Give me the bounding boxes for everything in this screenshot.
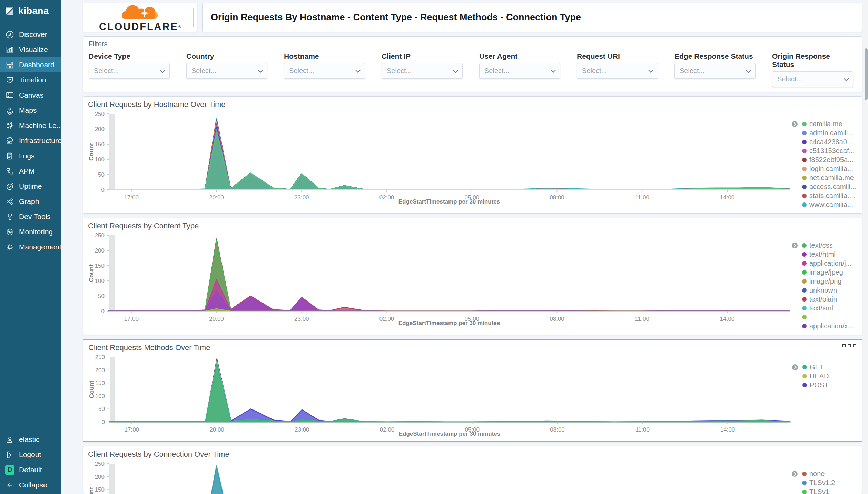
filter-label: Country bbox=[186, 52, 267, 60]
sidebar-item-graph[interactable]: Graph bbox=[0, 194, 61, 209]
legend-toggle-icon[interactable] bbox=[792, 471, 798, 477]
sidebar-item-management[interactable]: Management bbox=[0, 239, 61, 255]
content-type-area-chart[interactable]: 05010015020025017:0020:0023:0002:0005:00… bbox=[88, 232, 792, 326]
legend-color-dot bbox=[802, 202, 807, 207]
legend-item[interactable]: unknown bbox=[802, 286, 857, 295]
sidebar-item-dev-tools[interactable]: Dev Tools bbox=[0, 209, 61, 224]
sidebar-item-label: Collapse bbox=[19, 481, 47, 489]
sidebar-item-label: Maps bbox=[19, 106, 37, 115]
panel-menu-icon[interactable] bbox=[842, 344, 856, 347]
filter-label: Device Type bbox=[89, 52, 170, 60]
legend-label: stats.camilia.... bbox=[809, 192, 855, 200]
kibana-logo[interactable]: kibana bbox=[0, 0, 61, 22]
edge-response-status-select[interactable]: Select... bbox=[674, 63, 756, 79]
sidebar-item-collapse[interactable]: Collapse bbox=[0, 477, 61, 493]
hostname-select[interactable]: Select... bbox=[284, 63, 365, 79]
legend-item[interactable]: text/css bbox=[802, 241, 857, 250]
chevron-down-icon bbox=[258, 67, 263, 73]
legend-item[interactable]: admin.camili... bbox=[802, 128, 857, 137]
sidebar-item-monitoring[interactable]: Monitoring bbox=[0, 224, 61, 239]
sidebar-item-label: APM bbox=[19, 167, 35, 175]
legend-item[interactable]: f8522ebf95a... bbox=[802, 155, 857, 164]
panel-drag-handle[interactable] bbox=[193, 8, 194, 27]
sidebar-item-label: Discover bbox=[19, 30, 47, 39]
legend-item[interactable]: www.camilia... bbox=[802, 200, 857, 209]
filter-label: Origin Response Status bbox=[772, 52, 853, 69]
chevron-down-icon bbox=[648, 67, 654, 73]
legend-item[interactable]: application/j... bbox=[802, 259, 857, 268]
legend-toggle-icon[interactable] bbox=[792, 243, 798, 248]
sidebar-item-discover[interactable]: Discover bbox=[0, 27, 61, 42]
select-placeholder: Select... bbox=[289, 67, 314, 75]
chevron-down-icon bbox=[355, 67, 361, 73]
legend-item[interactable]: net.camilia.me bbox=[802, 173, 857, 182]
sidebar-item-logs[interactable]: Logs bbox=[0, 148, 61, 164]
legend-item[interactable] bbox=[802, 313, 857, 322]
legend-item[interactable]: c513153ecaf... bbox=[802, 146, 857, 155]
sidebar-item-user-elastic[interactable]: elastic bbox=[0, 432, 61, 447]
kibana-app: kibana Discover Visualize Dashboard Time… bbox=[0, 0, 868, 494]
legend-item[interactable]: application/x... bbox=[802, 322, 857, 330]
sidebar-item-dashboard[interactable]: Dashboard bbox=[0, 57, 61, 72]
legend-item[interactable]: text/html bbox=[802, 250, 857, 259]
hostname-area-chart[interactable]: 05010015020025017:0020:0023:0002:0005:00… bbox=[88, 110, 792, 205]
logs-icon bbox=[5, 151, 14, 161]
connection-area-chart[interactable]: 050100150200250Count bbox=[88, 460, 792, 494]
device-type-select[interactable]: Select... bbox=[89, 63, 170, 79]
sidebar-item-infrastructure[interactable]: Infrastructure bbox=[0, 133, 61, 148]
legend-item[interactable]: text/plain bbox=[802, 295, 857, 304]
sidebar: kibana Discover Visualize Dashboard Time… bbox=[0, 0, 61, 494]
sidebar-item-apm[interactable]: APM bbox=[0, 164, 61, 179]
legend-item[interactable]: GET bbox=[802, 363, 857, 372]
select-placeholder: Select... bbox=[191, 67, 216, 75]
dashboard-main: CLOUDFLARE® Origin Requests By Hostname … bbox=[61, 0, 868, 494]
sidebar-item-visualize[interactable]: Visualize bbox=[0, 42, 61, 57]
legend-label: HEAD bbox=[810, 372, 829, 380]
legend-item[interactable]: HEAD bbox=[802, 372, 857, 381]
legend-item[interactable]: TLSv1.2 bbox=[802, 478, 857, 487]
select-placeholder: Select... bbox=[680, 67, 704, 75]
sidebar-item-default-space[interactable]: D Default bbox=[0, 462, 61, 477]
sidebar-item-canvas[interactable]: Canvas bbox=[0, 88, 61, 103]
legend-color-dot bbox=[802, 490, 807, 494]
sidebar-item-machine-learning[interactable]: Machine Le... bbox=[0, 118, 61, 133]
legend-item[interactable]: login.camilia... bbox=[802, 164, 857, 173]
request-methods-area-chart[interactable]: 05010015020025017:0020:0023:0002:0005:00… bbox=[88, 354, 792, 437]
request-uri-select[interactable]: Select... bbox=[577, 63, 658, 79]
svg-text:100: 100 bbox=[95, 278, 105, 284]
legend-toggle-icon[interactable] bbox=[792, 121, 798, 127]
svg-text:14:00: 14:00 bbox=[720, 194, 735, 201]
origin-response-status-select[interactable]: Select... bbox=[772, 71, 853, 87]
svg-text:100: 100 bbox=[95, 393, 105, 399]
kibana-logo-text: kibana bbox=[18, 6, 49, 17]
sidebar-item-logout[interactable]: Logout bbox=[0, 447, 61, 462]
legend-item[interactable]: TLSv1 bbox=[802, 487, 857, 494]
legend-item[interactable]: c4ca4238a0... bbox=[802, 137, 857, 146]
legend-label: image/png bbox=[809, 277, 841, 285]
legend-label: login.camilia... bbox=[809, 165, 853, 173]
legend-item[interactable]: image/jpeg bbox=[802, 268, 857, 277]
legend-item[interactable]: text/xml bbox=[802, 304, 857, 313]
legend-item[interactable]: stats.camilia.... bbox=[802, 191, 857, 200]
legend-item[interactable]: access.camili... bbox=[802, 182, 857, 191]
legend-item[interactable]: image/png bbox=[802, 277, 857, 286]
svg-text:250: 250 bbox=[95, 461, 105, 467]
panel-title: Client Requests by Hostname Over Time bbox=[88, 100, 857, 109]
user-agent-select[interactable]: Select... bbox=[479, 63, 560, 79]
scrollbar-thumb[interactable] bbox=[865, 48, 868, 100]
legend-item[interactable]: camilia.me bbox=[802, 119, 857, 128]
chart-legend: text/csstext/htmlapplication/j...image/j… bbox=[792, 241, 857, 330]
country-select[interactable]: Select... bbox=[186, 63, 267, 79]
legend-color-dot bbox=[802, 122, 807, 126]
legend-item[interactable]: none bbox=[802, 469, 857, 478]
legend-toggle-icon[interactable] bbox=[792, 364, 798, 370]
client-ip-select[interactable]: Select... bbox=[382, 63, 463, 79]
legend-color-dot bbox=[802, 158, 807, 162]
sidebar-item-uptime[interactable]: Uptime bbox=[0, 179, 61, 194]
legend-color-dot bbox=[802, 306, 807, 310]
sidebar-item-label: Logout bbox=[19, 451, 41, 459]
sidebar-item-maps[interactable]: Maps bbox=[0, 103, 61, 118]
legend-item[interactable]: POST bbox=[802, 381, 857, 389]
sidebar-item-timelion[interactable]: Timelion bbox=[0, 72, 61, 88]
sidebar-item-label: Timelion bbox=[19, 76, 46, 84]
